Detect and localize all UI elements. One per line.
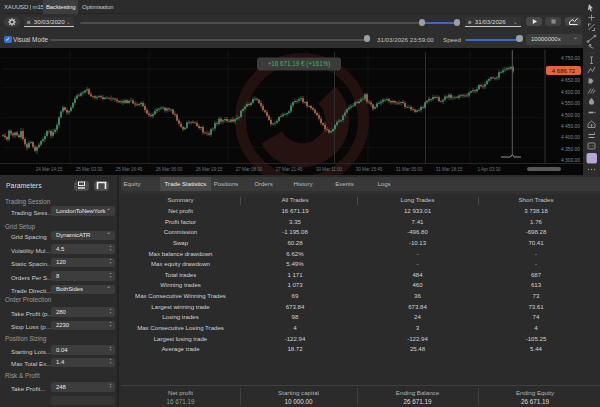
svg-text:+16 671.19 € (+161%): +16 671.19 € (+161%) — [268, 60, 331, 68]
svg-text:4 650.00: 4 650.00 — [561, 78, 580, 83]
svg-text:25 Mar 03:30: 25 Mar 03:30 — [76, 167, 103, 172]
svg-text:4 500.00: 4 500.00 — [561, 113, 580, 118]
svg-text:26 Mar 19:15: 26 Mar 19:15 — [196, 167, 223, 172]
svg-text:1 Apr 03:30: 1 Apr 03:30 — [477, 167, 501, 172]
svg-text:4 300.00: 4 300.00 — [561, 158, 580, 163]
svg-text:4 350.00: 4 350.00 — [561, 147, 580, 152]
svg-text:30 Mar 15:45: 30 Mar 15:45 — [356, 167, 383, 172]
svg-text:24 Mar 14:15: 24 Mar 14:15 — [36, 167, 63, 172]
svg-text:31 Mar 18:15: 31 Mar 18:15 — [436, 167, 463, 172]
svg-text:4 450.00: 4 450.00 — [561, 124, 580, 129]
svg-text:31 Mar 05:00: 31 Mar 05:00 — [396, 167, 423, 172]
svg-text:4 600.00: 4 600.00 — [561, 90, 580, 95]
svg-text:25 Mar 16:45: 25 Mar 16:45 — [116, 167, 143, 172]
svg-text:26 Mar 06:00: 26 Mar 06:00 — [156, 167, 183, 172]
svg-text:27 Mar 21:45: 27 Mar 21:45 — [276, 167, 303, 172]
svg-text:4 750.00: 4 750.00 — [561, 56, 580, 61]
svg-text:4 400.00: 4 400.00 — [561, 135, 580, 140]
svg-text:27 Mar 08:30: 27 Mar 08:30 — [236, 167, 263, 172]
svg-text:30 Mar 11:00: 30 Mar 11:00 — [316, 167, 343, 172]
svg-text:4 686.72: 4 686.72 — [552, 68, 576, 74]
svg-text:4 550.00: 4 550.00 — [561, 101, 580, 106]
